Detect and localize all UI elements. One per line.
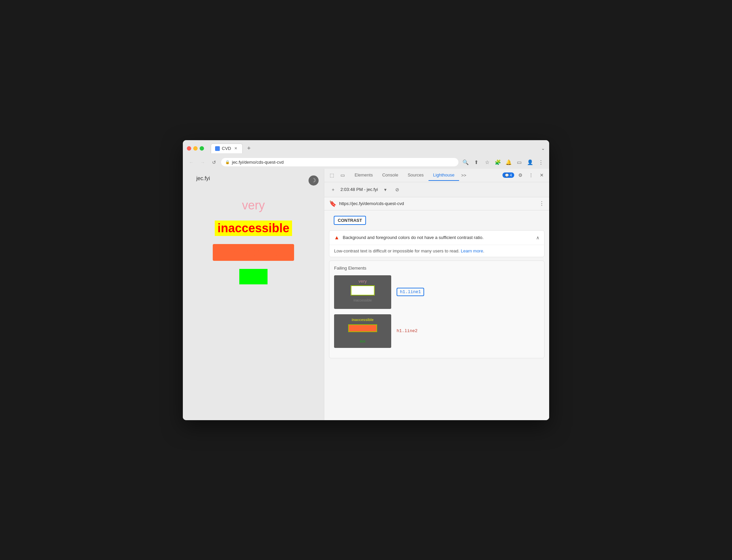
failing-item-1: very very inaccessible h1.line1 bbox=[334, 275, 539, 309]
alert-text: Background and foreground colors do not … bbox=[343, 235, 533, 240]
demo-low-contrast-text: low-contrast bbox=[213, 244, 294, 261]
failing-label-2: h1.line2 bbox=[397, 328, 417, 333]
chat-badge[interactable]: 💬 4 bbox=[502, 172, 514, 178]
tab-console[interactable]: Console bbox=[377, 170, 403, 181]
menu-icon[interactable]: ⋮ bbox=[536, 158, 545, 167]
audit-url-row: 🔖 https://jec.fyi/demo/cds-quest-cvd ⋮ bbox=[324, 197, 549, 210]
back-button[interactable]: ← bbox=[187, 158, 196, 167]
page-content: jec.fyi ☽ very inaccessible low-contrast… bbox=[183, 169, 324, 420]
close-devtools-icon[interactable]: ✕ bbox=[537, 170, 546, 180]
tab-title: CVD bbox=[222, 146, 231, 151]
sidebar-icon[interactable]: ▭ bbox=[515, 158, 524, 167]
notification-icon[interactable]: 🔔 bbox=[504, 158, 513, 167]
address-input[interactable]: 🔒 jec.fyi/demo/cds-quest-cvd bbox=[221, 158, 458, 166]
audit-cancel-icon[interactable]: ⊘ bbox=[393, 185, 402, 194]
demo-text-container: very inaccessible low-contrast text bbox=[196, 198, 311, 284]
add-audit-icon[interactable]: + bbox=[328, 185, 338, 194]
failing-elements: Failing Elements very very inaccessible … bbox=[329, 261, 544, 358]
devtools-toolbar-right: 💬 4 ⚙ ⋮ ✕ bbox=[502, 170, 546, 180]
alert-collapse-icon[interactable]: ∧ bbox=[536, 235, 539, 240]
devtools-toolbar: ⬚ ▭ Elements Console Sources Lighthouse … bbox=[324, 169, 549, 182]
address-text: jec.fyi/demo/cds-quest-cvd bbox=[232, 160, 454, 165]
contrast-section: CONTRAST bbox=[324, 210, 549, 230]
audit-warning-icon: 🔖 bbox=[329, 200, 336, 207]
page-brand: jec.fyi bbox=[196, 175, 311, 182]
alert-triangle-icon: ▲ bbox=[334, 235, 339, 241]
bookmark-icon[interactable]: ☆ bbox=[483, 158, 491, 167]
title-bar: CVD ✕ + ⌄ bbox=[183, 140, 549, 156]
active-tab[interactable]: CVD ✕ bbox=[211, 144, 243, 153]
close-button[interactable] bbox=[187, 146, 191, 151]
extension-icon[interactable]: 🧩 bbox=[493, 158, 502, 167]
tab-menu-icon[interactable]: ⌄ bbox=[541, 146, 545, 151]
audit-time: 2:03:48 PM - jec.fyi bbox=[340, 187, 378, 192]
thumb-text-text: text bbox=[360, 339, 365, 343]
thumb-very-text: very bbox=[359, 279, 367, 284]
learn-more-link[interactable]: Learn more bbox=[461, 248, 483, 253]
devtools-panel: ⬚ ▭ Elements Console Sources Lighthouse … bbox=[324, 169, 549, 420]
thumb-inaccessible-text: inaccessible bbox=[352, 318, 373, 322]
new-tab-button[interactable]: + bbox=[244, 144, 253, 153]
audit-row: + 2:03:48 PM - jec.fyi ▾ ⊘ bbox=[324, 182, 549, 197]
address-bar: ← → ↺ 🔒 jec.fyi/demo/cds-quest-cvd 🔍 ⬆ ☆… bbox=[183, 156, 549, 169]
share-icon[interactable]: ⬆ bbox=[472, 158, 481, 167]
failing-thumb-2: inaccessible low-contrast text bbox=[334, 314, 391, 348]
tab-close-button[interactable]: ✕ bbox=[233, 146, 238, 151]
tab-bar: CVD ✕ + ⌄ bbox=[211, 144, 545, 153]
device-icon[interactable]: ▭ bbox=[338, 170, 347, 180]
thumb-low-contrast-box: low-contrast bbox=[348, 324, 377, 332]
toolbar-icons: 🔍 ⬆ ☆ 🧩 🔔 ▭ 👤 ⋮ bbox=[461, 158, 545, 167]
inspect-icon[interactable]: ⬚ bbox=[327, 170, 336, 180]
lock-icon: 🔒 bbox=[225, 160, 230, 164]
tab-sources[interactable]: Sources bbox=[403, 170, 429, 181]
alert-box: ▲ Background and foreground colors do no… bbox=[329, 230, 544, 257]
demo-text-text: text bbox=[239, 269, 268, 284]
profile-icon[interactable]: 👤 bbox=[526, 158, 534, 167]
contrast-button[interactable]: CONTRAST bbox=[334, 216, 366, 225]
failing-label-1: h1.line1 bbox=[397, 288, 424, 296]
devtools-tabs: Elements Console Sources Lighthouse >> bbox=[349, 170, 501, 181]
reload-button[interactable]: ↺ bbox=[210, 158, 218, 167]
audit-dropdown-icon[interactable]: ▾ bbox=[380, 185, 390, 194]
minimize-button[interactable] bbox=[193, 146, 198, 151]
badge-count: 4 bbox=[510, 173, 512, 177]
failing-thumb-1: very very inaccessible bbox=[334, 275, 391, 309]
traffic-lights bbox=[187, 146, 204, 151]
tab-lighthouse[interactable]: Lighthouse bbox=[429, 170, 459, 181]
maximize-button[interactable] bbox=[200, 146, 204, 151]
lighthouse-content: + 2:03:48 PM - jec.fyi ▾ ⊘ 🔖 https://jec… bbox=[324, 182, 549, 420]
thumb-highlight-box: very bbox=[351, 285, 375, 295]
main-content: jec.fyi ☽ very inaccessible low-contrast… bbox=[183, 169, 549, 420]
failing-item-2: inaccessible low-contrast text h1.line2 bbox=[334, 314, 539, 348]
settings-icon[interactable]: ⚙ bbox=[516, 170, 525, 180]
audit-url: https://jec.fyi/demo/cds-quest-cvd bbox=[339, 201, 536, 206]
moon-icon[interactable]: ☽ bbox=[309, 175, 319, 186]
forward-button[interactable]: → bbox=[198, 158, 207, 167]
more-tabs-icon[interactable]: >> bbox=[459, 170, 468, 181]
search-icon[interactable]: 🔍 bbox=[461, 158, 470, 167]
chat-icon: 💬 bbox=[505, 173, 509, 177]
thumb-bottom-text: inaccessible bbox=[354, 298, 372, 302]
alert-header: ▲ Background and foreground colors do no… bbox=[329, 231, 544, 245]
svg-point-0 bbox=[216, 147, 219, 150]
audit-url-menu-icon[interactable]: ⋮ bbox=[539, 200, 544, 207]
demo-inaccessible-text: inaccessible bbox=[215, 221, 292, 236]
alert-description: Low-contrast text is difficult or imposs… bbox=[329, 245, 544, 257]
more-options-icon[interactable]: ⋮ bbox=[526, 170, 536, 180]
tab-elements[interactable]: Elements bbox=[350, 170, 377, 181]
tab-favicon bbox=[215, 146, 220, 151]
browser-window: CVD ✕ + ⌄ ← → ↺ 🔒 jec.fyi/demo/cds-quest… bbox=[183, 140, 549, 420]
demo-very-text: very bbox=[242, 198, 265, 212]
failing-elements-title: Failing Elements bbox=[334, 266, 539, 271]
